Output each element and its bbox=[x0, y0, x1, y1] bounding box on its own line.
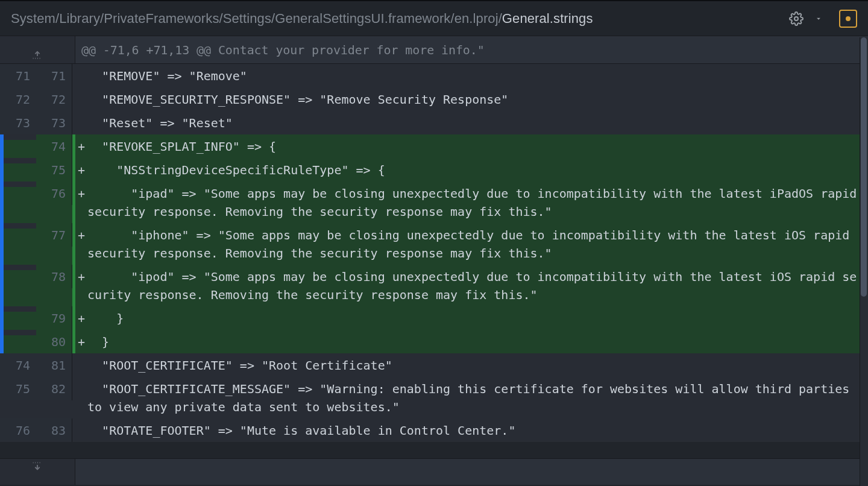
diff-row[interactable]: 74+ "REVOKE_SPLAT_INFO" => { bbox=[0, 134, 868, 158]
code-content: "iphone" => "Some apps may be closing un… bbox=[87, 223, 868, 265]
diff-sign bbox=[75, 418, 87, 421]
diff-row[interactable]: 7272 "REMOVE_SECURITY_RESPONSE" => "Remo… bbox=[0, 87, 868, 111]
line-number-old: 74 bbox=[0, 353, 36, 377]
line-number-old bbox=[0, 306, 36, 312]
line-number-new: 75 bbox=[36, 158, 72, 181]
header-actions bbox=[786, 10, 857, 28]
line-number-new: 73 bbox=[36, 111, 72, 134]
line-number-old: 72 bbox=[0, 87, 36, 111]
code-content: } bbox=[87, 306, 868, 330]
line-number-new: 80 bbox=[36, 330, 72, 353]
diff-sign: + bbox=[75, 181, 87, 203]
code-content: "REMOVE_SECURITY_RESPONSE" => "Remove Se… bbox=[87, 87, 868, 111]
dot-icon bbox=[846, 16, 851, 21]
diff-row[interactable]: 7373 "Reset" => "Reset" bbox=[0, 111, 868, 134]
line-number-new: 82 bbox=[36, 377, 72, 400]
diff-sign: + bbox=[75, 134, 87, 156]
change-marker bbox=[72, 353, 75, 377]
change-marker bbox=[72, 64, 75, 87]
hunk-footer bbox=[0, 458, 868, 485]
breadcrumb-path: System/Library/PrivateFrameworks/Setting… bbox=[11, 11, 502, 26]
line-number-old bbox=[0, 330, 36, 335]
diff-row[interactable]: 75+ "NSStringDeviceSpecificRuleType" => … bbox=[0, 158, 868, 181]
diff-sign bbox=[75, 87, 87, 90]
line-number-old bbox=[0, 158, 36, 163]
line-number-old bbox=[0, 265, 36, 270]
code-content: "ROOT_CERTIFICATE" => "Root Certificate" bbox=[87, 353, 868, 377]
diff-sign: + bbox=[75, 158, 87, 179]
file-header: System/Library/PrivateFrameworks/Setting… bbox=[0, 0, 868, 36]
line-number-new: 71 bbox=[36, 64, 72, 87]
diff-pane: @@ -71,6 +71,13 @@ Contact your provider… bbox=[0, 36, 868, 485]
breadcrumb-filename: General.strings bbox=[502, 11, 593, 26]
line-number-new: 72 bbox=[36, 87, 72, 111]
diff-row[interactable]: 77+ "iphone" => "Some apps may be closin… bbox=[0, 223, 868, 265]
diff-sign: + bbox=[75, 330, 87, 351]
code-content: "Reset" => "Reset" bbox=[87, 111, 868, 134]
change-marker bbox=[72, 377, 75, 418]
line-number-old: 76 bbox=[0, 418, 36, 442]
svg-point-0 bbox=[794, 17, 798, 21]
line-number-new: 78 bbox=[36, 265, 72, 288]
line-number-new: 83 bbox=[36, 418, 72, 442]
change-marker bbox=[72, 87, 75, 111]
code-content: "ipod" => "Some apps may be closing unex… bbox=[87, 265, 868, 306]
diff-sign bbox=[75, 111, 87, 114]
diff-row[interactable]: 79+ } bbox=[0, 306, 868, 330]
code-content: "REMOVE" => "Remove" bbox=[87, 64, 868, 87]
change-marker bbox=[72, 111, 75, 134]
line-number-new: 76 bbox=[36, 181, 72, 205]
diff-row[interactable]: 7683 "ROTATE_FOOTER" => "Mute is availab… bbox=[0, 418, 868, 442]
hunk-header: @@ -71,6 +71,13 @@ Contact your provider… bbox=[0, 36, 868, 64]
diff-sign bbox=[75, 353, 87, 356]
expand-down-button[interactable] bbox=[0, 459, 75, 485]
code-content: "ROTATE_FOOTER" => "Mute is available in… bbox=[87, 418, 868, 442]
change-marker bbox=[72, 418, 75, 442]
diff-row[interactable]: 7481 "ROOT_CERTIFICATE" => "Root Certifi… bbox=[0, 353, 868, 377]
code-content: "ROOT_CERTIFICATE_MESSAGE" => "Warning: … bbox=[87, 377, 868, 418]
code-content: "REVOKE_SPLAT_INFO" => { bbox=[87, 134, 868, 158]
diff-row[interactable]: 7171 "REMOVE" => "Remove" bbox=[0, 64, 868, 87]
diff-row[interactable]: 78+ "ipod" => "Some apps may be closing … bbox=[0, 265, 868, 306]
diff-sign: + bbox=[75, 223, 87, 244]
line-number-old bbox=[0, 134, 36, 140]
line-number-new: 77 bbox=[36, 223, 72, 247]
hunk-header-text: @@ -71,6 +71,13 @@ Contact your provider… bbox=[75, 43, 485, 57]
code-content: "NSStringDeviceSpecificRuleType" => { bbox=[87, 158, 868, 181]
code-rows: 7171 "REMOVE" => "Remove"7272 "REMOVE_SE… bbox=[0, 64, 868, 458]
gear-icon[interactable] bbox=[786, 10, 807, 27]
breadcrumb[interactable]: System/Library/PrivateFrameworks/Setting… bbox=[11, 11, 593, 27]
diff-row[interactable]: 7582 "ROOT_CERTIFICATE_MESSAGE" => "Warn… bbox=[0, 377, 868, 418]
line-number-old: 71 bbox=[0, 64, 36, 87]
code-content: } bbox=[87, 330, 868, 353]
line-number-new: 74 bbox=[36, 134, 72, 158]
line-number-old bbox=[0, 223, 36, 229]
diff-row[interactable]: 76+ "ipad" => "Some apps may be closing … bbox=[0, 181, 868, 223]
diff-sign bbox=[75, 64, 87, 67]
code-content: "ipad" => "Some apps may be closing unex… bbox=[87, 181, 868, 223]
line-number-old: 73 bbox=[0, 111, 36, 134]
line-number-new: 79 bbox=[36, 306, 72, 330]
diff-sign: + bbox=[75, 306, 87, 327]
line-number-old bbox=[0, 181, 36, 187]
viewed-toggle[interactable] bbox=[839, 10, 857, 28]
diff-sign: + bbox=[75, 265, 87, 286]
line-number-old: 75 bbox=[0, 377, 36, 400]
diff-sign bbox=[75, 377, 87, 380]
chevron-down-icon[interactable] bbox=[810, 10, 827, 27]
scrollbar-thumb[interactable] bbox=[861, 37, 867, 297]
line-number-new: 81 bbox=[36, 353, 72, 377]
diff-row[interactable]: 80+ } bbox=[0, 330, 868, 353]
expand-up-button[interactable] bbox=[0, 36, 75, 63]
